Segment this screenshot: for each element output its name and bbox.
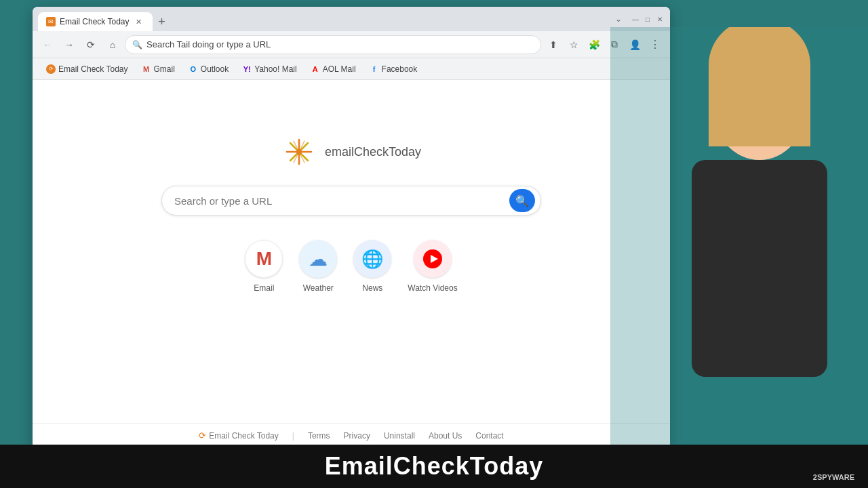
footer-separator-1: | bbox=[292, 431, 294, 441]
bookmark-email-check-today[interactable]: ⟳ Email Check Today bbox=[41, 62, 134, 76]
tab-area: ✉ Email Check Today ✕ + bbox=[38, 7, 601, 31]
footer-privacy-label: Privacy bbox=[344, 431, 370, 441]
facebook-favicon: f bbox=[370, 64, 379, 74]
bookmark-label: Gmail bbox=[154, 64, 175, 74]
search-button[interactable]: 🔍 bbox=[509, 189, 535, 212]
footer-link-privacy[interactable]: Privacy bbox=[344, 431, 370, 441]
bookmark-outlook[interactable]: O Outlook bbox=[183, 62, 234, 76]
bookmarks-bar: ⟳ Email Check Today M Gmail O Outlook Y!… bbox=[33, 58, 670, 80]
address-bar[interactable]: 🔍 Search Tail doing or type a URL bbox=[125, 35, 541, 54]
quick-links: M Email ☁ Weather 🌐 News bbox=[245, 240, 457, 293]
footer-brand-icon: ⟳ bbox=[199, 430, 206, 441]
footer-contact-label: Contact bbox=[475, 431, 503, 441]
address-text: Search Tail doing or type a URL bbox=[146, 39, 534, 49]
minimize-button[interactable]: — bbox=[631, 14, 640, 24]
badge-text: 2SPYWARE bbox=[813, 473, 854, 481]
svg-rect-13 bbox=[709, 65, 810, 146]
maximize-button[interactable]: □ bbox=[643, 14, 652, 24]
bookmark-gmail[interactable]: M Gmail bbox=[136, 62, 180, 76]
bookmark-icon[interactable]: ☆ bbox=[564, 35, 583, 54]
footer-uninstall-label: Uninstall bbox=[384, 431, 415, 441]
tab-strip-menu[interactable]: ⌄ bbox=[609, 9, 628, 28]
yahoo-favicon: Y! bbox=[242, 64, 252, 74]
gmail-favicon: M bbox=[142, 64, 151, 74]
bookmark-label: Facebook bbox=[382, 64, 418, 74]
tab-title: Email Check Today bbox=[60, 17, 130, 26]
brand-text: EmailCheckToday bbox=[325, 452, 543, 481]
email-check-today-favicon: ⟳ bbox=[46, 64, 56, 74]
quick-link-email[interactable]: M Email bbox=[245, 240, 283, 293]
footer-link-brand[interactable]: ⟳ Email Check Today bbox=[199, 430, 279, 441]
footer-link-about[interactable]: About Us bbox=[429, 431, 462, 441]
close-button[interactable]: ✕ bbox=[655, 14, 665, 24]
active-tab[interactable]: ✉ Email Check Today ✕ bbox=[38, 12, 153, 31]
page-footer: ⟳ Email Check Today | Terms Privacy Unin… bbox=[33, 423, 670, 447]
search-bar-container[interactable]: 🔍 bbox=[161, 186, 541, 216]
share-icon[interactable]: ⬆ bbox=[544, 35, 563, 54]
footer-about-label: About Us bbox=[429, 431, 462, 441]
quick-link-weather[interactable]: ☁ Weather bbox=[299, 240, 337, 293]
toolbar: ← → ⟳ ⌂ 🔍 Search Tail doing or type a UR… bbox=[33, 31, 670, 58]
search-button-icon: 🔍 bbox=[515, 195, 529, 207]
footer-link-contact[interactable]: Contact bbox=[475, 431, 503, 441]
bookmark-yahoo-mail[interactable]: Y! Yahoo! Mail bbox=[237, 62, 302, 76]
window-controls: ⌄ — □ ✕ bbox=[609, 9, 665, 28]
email-icon: M bbox=[245, 240, 283, 278]
spyware-badge: 2SPYWARE bbox=[813, 473, 854, 481]
browser-window: ✉ Email Check Today ✕ + ⌄ — □ ✕ ← → ⟳ ⌂ … bbox=[33, 7, 670, 447]
watch-videos-icon bbox=[414, 240, 452, 278]
logo-area: emailCheckToday bbox=[281, 134, 421, 169]
extension-icon[interactable]: 🧩 bbox=[585, 35, 604, 54]
weather-label: Weather bbox=[303, 283, 334, 293]
email-label: Email bbox=[254, 283, 274, 293]
bookmark-facebook[interactable]: f Facebook bbox=[364, 62, 423, 76]
forward-button[interactable]: → bbox=[60, 35, 79, 54]
tab-close-button[interactable]: ✕ bbox=[134, 16, 144, 27]
title-bar: ✉ Email Check Today ✕ + ⌄ — □ ✕ bbox=[33, 7, 670, 31]
footer-brand-label: Email Check Today bbox=[209, 431, 279, 441]
watch-videos-label: Watch Videos bbox=[408, 283, 457, 293]
svg-point-6 bbox=[296, 149, 302, 155]
footer-link-terms[interactable]: Terms bbox=[308, 431, 330, 441]
bookmark-label: Yahoo! Mail bbox=[254, 64, 296, 74]
reload-button[interactable]: ⟳ bbox=[81, 35, 100, 54]
outlook-favicon: O bbox=[189, 64, 198, 74]
news-icon: 🌐 bbox=[353, 240, 391, 278]
svg-rect-11 bbox=[692, 160, 827, 377]
news-label: News bbox=[362, 283, 382, 293]
quick-link-watch-videos[interactable]: Watch Videos bbox=[408, 240, 457, 293]
page-content: emailCheckToday 🔍 M Email bbox=[33, 80, 670, 447]
search-icon: 🔍 bbox=[132, 40, 142, 49]
weather-icon: ☁ bbox=[299, 240, 337, 278]
main-area: emailCheckToday 🔍 M Email bbox=[161, 134, 541, 293]
logo-icon bbox=[281, 134, 317, 169]
new-tab-button[interactable]: + bbox=[153, 12, 172, 31]
aol-favicon: A bbox=[311, 64, 320, 74]
footer-link-uninstall[interactable]: Uninstall bbox=[384, 431, 415, 441]
back-button[interactable]: ← bbox=[38, 35, 57, 54]
bookmark-aol-mail[interactable]: A AOL Mail bbox=[305, 62, 361, 76]
tab-favicon: ✉ bbox=[46, 17, 56, 26]
home-button[interactable]: ⌂ bbox=[103, 35, 122, 54]
bookmark-label: Outlook bbox=[201, 64, 229, 74]
bottom-brand-bar: EmailCheckToday 2SPYWARE bbox=[0, 445, 868, 488]
footer-terms-label: Terms bbox=[308, 431, 330, 441]
bookmark-label: AOL Mail bbox=[323, 64, 356, 74]
logo-text: emailCheckToday bbox=[325, 145, 421, 159]
search-input[interactable] bbox=[174, 195, 509, 207]
person-image-area bbox=[610, 27, 868, 488]
quick-link-news[interactable]: 🌐 News bbox=[353, 240, 391, 293]
bookmark-label: Email Check Today bbox=[58, 64, 128, 74]
